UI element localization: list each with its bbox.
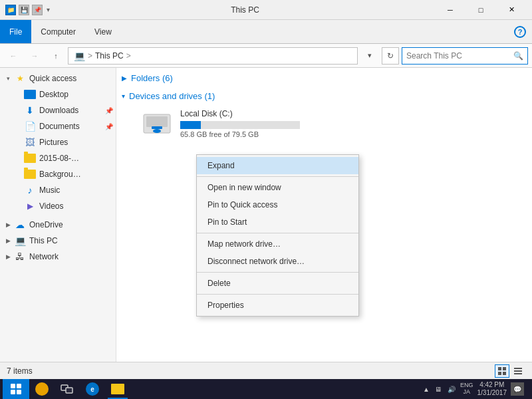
start-button[interactable] <box>3 379 29 399</box>
drive-c-bar <box>180 121 201 129</box>
clock-date: 1/31/2017 <box>477 389 507 397</box>
taskbar-search-button[interactable] <box>29 379 55 399</box>
sidebar-section-quick-access[interactable]: ▾ ★ Quick access <box>0 70 116 86</box>
context-menu: Expand Open in new window Pin to Quick a… <box>196 154 359 317</box>
explorer-icon <box>111 384 124 394</box>
pictures-icon: 🖼 <box>24 136 36 148</box>
title-bar-dropdown[interactable]: ▾ <box>47 6 50 13</box>
clock-time: 4:42 PM <box>477 381 507 389</box>
search-icon[interactable]: 🔍 <box>513 51 523 61</box>
tray-expand-arrow[interactable]: ▲ <box>423 386 430 393</box>
svg-rect-10 <box>514 373 522 374</box>
status-bar: 7 items <box>0 362 532 379</box>
sidebar-item-desktop[interactable]: Desktop <box>0 86 116 102</box>
sidebar-section-network[interactable]: ▶ 🖧 Network <box>0 249 116 265</box>
breadcrumb-sep: > <box>88 51 92 61</box>
drives-section-header[interactable]: ▾ Devices and drives (1) <box>122 91 527 101</box>
view-list-button[interactable] <box>511 364 525 378</box>
drives-arrow: ▾ <box>122 92 125 100</box>
list-view-icon <box>513 366 523 376</box>
network-label: Network <box>29 252 113 261</box>
up-button[interactable]: ↑ <box>47 48 65 64</box>
folders-section-header[interactable]: ▶ Folders (6) <box>122 73 527 83</box>
sidebar-item-pictures[interactable]: 🖼 Pictures <box>0 134 116 150</box>
svg-rect-7 <box>503 372 506 375</box>
breadcrumb-icon: 💻 <box>74 51 85 61</box>
minimize-button[interactable]: ─ <box>435 0 466 20</box>
folders-section: ▶ Folders (6) <box>122 73 527 83</box>
sidebar-label-documents: Documents <box>39 122 105 131</box>
view-details-button[interactable] <box>495 364 509 378</box>
content-area: ▶ Folders (6) ▾ Devices and drives (1) <box>116 68 532 382</box>
task-view-icon <box>61 384 74 394</box>
title-bar-pin-icon: 📌 <box>32 5 43 15</box>
sidebar-label-pictures: Pictures <box>39 138 68 147</box>
lang-ja: JA <box>460 389 473 396</box>
taskbar-task-view-button[interactable] <box>55 379 80 399</box>
tab-file[interactable]: File <box>0 20 31 43</box>
ctx-properties[interactable]: Properties <box>197 297 358 314</box>
ctx-pin-start[interactable]: Pin to Start <box>197 213 358 231</box>
refresh-button[interactable]: ↻ <box>382 47 399 65</box>
thispc-icon: 💻 <box>13 234 27 247</box>
ribbon: File Computer View ? <box>0 20 532 44</box>
ctx-disconnect-network[interactable]: Disconnect network drive… <box>197 253 358 270</box>
sidebar-section-thispc[interactable]: ▶ 💻 This PC <box>0 233 116 249</box>
cortana-icon <box>35 382 49 396</box>
sidebar-section-onedrive[interactable]: ▶ ☁ OneDrive <box>0 217 116 233</box>
search-box[interactable]: 🔍 <box>402 47 528 65</box>
network-tray-icon: 🖥 <box>434 384 443 394</box>
ctx-open-new-window[interactable]: Open in new window <box>197 179 358 196</box>
ctx-map-network[interactable]: Map network drive… <box>197 235 358 253</box>
breadcrumb-thispc: This PC <box>95 51 124 61</box>
drive-c-item[interactable]: Local Disk (C:) 65.8 GB free of 79.5 GB <box>135 106 527 141</box>
sidebar-label-background: Backgrou… <box>39 170 81 179</box>
ie-icon: e <box>86 382 99 396</box>
svg-rect-4 <box>498 367 501 370</box>
forward-button[interactable]: → <box>25 48 44 64</box>
drives-section: ▾ Devices and drives (1) Local Disk (C:) <box>122 91 527 141</box>
onedrive-label: OneDrive <box>29 220 113 229</box>
tab-view[interactable]: View <box>85 20 121 43</box>
documents-pin-icon: 📌 <box>105 123 113 130</box>
tab-computer[interactable]: Computer <box>31 20 85 43</box>
drive-c-info: Local Disk (C:) 65.8 GB free of 79.5 GB <box>180 109 300 138</box>
volume-tray-icon: 🔊 <box>447 384 456 394</box>
ctx-pin-quick-access[interactable]: Pin to Quick access <box>197 196 358 213</box>
details-view-icon <box>497 366 507 376</box>
sidebar: ▾ ★ Quick access Desktop ⬇ Downloads 📌 📄… <box>0 68 116 382</box>
search-input[interactable] <box>406 51 513 61</box>
title-bar-app-icon: 📁 <box>5 5 16 15</box>
address-box[interactable]: 💻 > This PC > <box>68 47 358 65</box>
language-indicator[interactable]: ENG JA <box>460 382 473 396</box>
svg-rect-6 <box>498 372 501 375</box>
folder-2015-icon <box>24 152 36 164</box>
notification-button[interactable]: 💬 <box>511 382 524 396</box>
sidebar-label-downloads: Downloads <box>39 106 105 115</box>
sidebar-item-documents[interactable]: 📄 Documents 📌 <box>0 118 116 134</box>
svg-rect-5 <box>503 367 506 370</box>
sidebar-item-videos[interactable]: ▶ Videos <box>0 198 116 214</box>
sidebar-item-music[interactable]: ♪ Music <box>0 182 116 198</box>
thispc-arrow: ▶ <box>3 237 13 244</box>
thispc-label: This PC <box>29 236 113 245</box>
sidebar-item-2015[interactable]: 2015-08-… <box>0 150 116 166</box>
downloads-pin-icon: 📌 <box>105 107 113 114</box>
taskbar-explorer-button[interactable] <box>105 379 130 399</box>
dropdown-button[interactable]: ▾ <box>360 48 379 64</box>
maximize-button[interactable]: □ <box>466 0 496 20</box>
drive-c-bar-wrap <box>180 121 300 129</box>
svg-rect-3 <box>152 126 162 129</box>
sidebar-item-downloads[interactable]: ⬇ Downloads 📌 <box>0 102 116 118</box>
system-clock[interactable]: 4:42 PM 1/31/2017 <box>477 381 507 397</box>
ctx-expand[interactable]: Expand <box>197 157 358 174</box>
back-button[interactable]: ← <box>4 48 23 64</box>
help-button[interactable]: ? <box>508 20 532 43</box>
taskbar-ie-button[interactable]: e <box>80 379 105 399</box>
ctx-delete[interactable]: Delete <box>197 275 358 292</box>
quick-access-arrow: ▾ <box>3 75 13 82</box>
sidebar-item-background[interactable]: Backgrou… <box>0 166 116 182</box>
drive-c-icon <box>142 112 172 136</box>
close-button[interactable]: ✕ <box>496 0 527 20</box>
windows-logo-icon <box>11 384 21 394</box>
